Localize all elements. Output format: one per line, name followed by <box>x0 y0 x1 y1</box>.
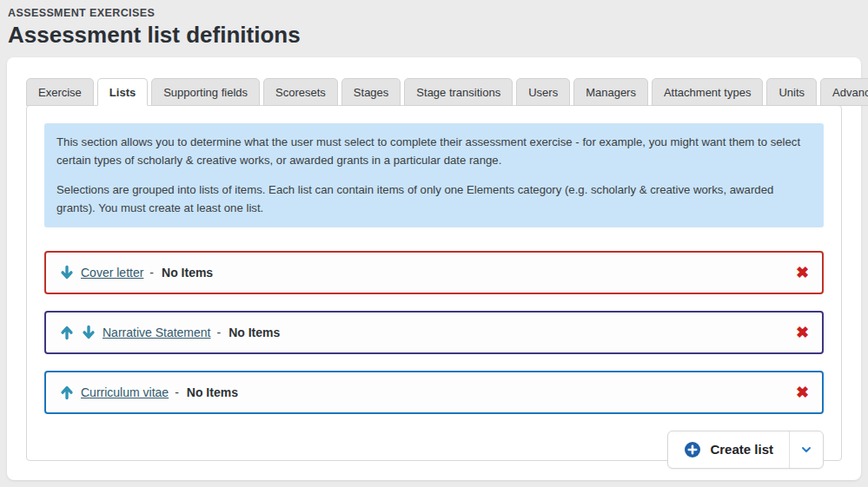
tab-bar: Exercise Lists Supporting fields Scorese… <box>26 78 842 106</box>
delete-list-icon[interactable]: ✖ <box>796 325 809 340</box>
move-up-icon[interactable] <box>59 325 75 340</box>
tab-stage-transitions[interactable]: Stage transitions <box>404 78 513 106</box>
delete-list-icon[interactable]: ✖ <box>796 265 809 280</box>
list-row-cover-letter: Cover letter - No Items ✖ <box>44 251 824 294</box>
list-separator: - <box>175 385 179 399</box>
info-box: This section allows you to determine wha… <box>44 123 824 227</box>
lists-tab-panel: This section allows you to determine wha… <box>26 105 842 461</box>
tab-lists[interactable]: Lists <box>97 78 148 106</box>
tab-managers[interactable]: Managers <box>573 78 648 106</box>
create-list-row: Create list <box>44 431 824 469</box>
list-name-link[interactable]: Narrative Statement <box>103 326 211 339</box>
list-separator: - <box>149 266 154 280</box>
tab-units[interactable]: Units <box>766 78 817 106</box>
tab-advanced[interactable]: Advanced <box>820 78 868 106</box>
info-paragraph-1: This section allows you to determine wha… <box>56 133 812 169</box>
tab-exercise[interactable]: Exercise <box>26 78 94 106</box>
tab-scoresets[interactable]: Scoresets <box>263 78 338 106</box>
move-up-icon[interactable] <box>59 385 75 400</box>
list-definitions: Cover letter - No Items ✖ Narrative Stat… <box>44 251 824 414</box>
page-title: Assessment list definitions <box>8 22 859 49</box>
create-list-label: Create list <box>710 442 773 457</box>
list-name-link[interactable]: Cover letter <box>81 266 143 280</box>
info-paragraph-2: Selections are grouped into lists of ite… <box>56 181 812 217</box>
list-name-link[interactable]: Curriculum vitae <box>81 385 169 399</box>
create-list-dropdown-toggle[interactable] <box>789 431 823 468</box>
plus-circle-icon <box>684 441 701 458</box>
delete-list-icon[interactable]: ✖ <box>796 385 809 400</box>
page-header: ASSESSMENT EXERCISES Assessment list def… <box>0 0 868 52</box>
list-separator: - <box>217 326 222 339</box>
move-down-icon[interactable] <box>81 325 96 340</box>
tab-attachment-types[interactable]: Attachment types <box>652 78 763 106</box>
chevron-down-icon <box>800 444 812 456</box>
tab-stages[interactable]: Stages <box>341 78 401 106</box>
move-down-icon[interactable] <box>59 265 75 280</box>
list-item-count: No Items <box>162 266 213 280</box>
list-row-curriculum-vitae: Curriculum vitae - No Items ✖ <box>44 371 824 414</box>
list-item-count: No Items <box>187 385 238 399</box>
breadcrumb: ASSESSMENT EXERCISES <box>8 7 859 19</box>
main-card: Exercise Lists Supporting fields Scorese… <box>7 57 861 480</box>
tab-supporting-fields[interactable]: Supporting fields <box>151 78 260 106</box>
create-list-split-button: Create list <box>667 431 824 469</box>
tab-users[interactable]: Users <box>516 78 570 106</box>
list-row-narrative-statement: Narrative Statement - No Items ✖ <box>44 311 824 354</box>
create-list-button[interactable]: Create list <box>668 431 789 468</box>
list-item-count: No Items <box>229 326 280 339</box>
